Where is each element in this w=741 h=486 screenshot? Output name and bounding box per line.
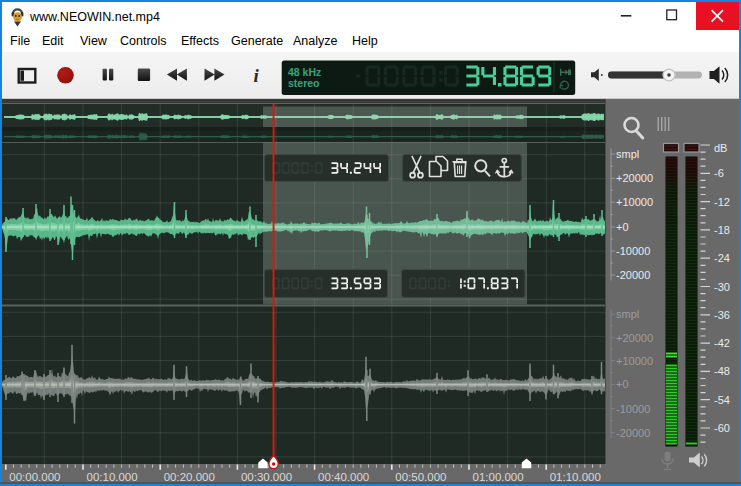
svg-text:+10000: +10000 [616,355,653,367]
svg-text:+20000: +20000 [616,332,653,344]
svg-text:smpl: smpl [616,308,639,320]
svg-text:-20000: -20000 [616,427,650,439]
svg-text:-48: -48 [714,365,730,377]
svg-text:+0: +0 [616,221,629,233]
svg-text:00:30.000: 00:30.000 [241,471,292,483]
svg-text:-30: -30 [714,281,730,293]
svg-text:dB: dB [714,142,727,154]
svg-text:i: i [254,65,260,86]
svg-text:00:50.000: 00:50.000 [395,471,446,483]
svg-text:-54: -54 [714,394,730,406]
svg-text:stereo: stereo [288,77,320,89]
svg-text:+10000: +10000 [616,196,653,208]
svg-text:-20000: -20000 [616,269,650,281]
svg-text:-24: -24 [714,252,730,264]
svg-text:-36: -36 [714,309,730,321]
svg-text:-6: -6 [714,167,724,179]
svg-text:smpl: smpl [616,148,639,160]
svg-text:00:40.000: 00:40.000 [318,471,369,483]
svg-text:00:20.000: 00:20.000 [164,471,215,483]
svg-text:www.NEOWIN.net.mp4: www.NEOWIN.net.mp4 [29,10,160,24]
svg-text:00:10.000: 00:10.000 [87,471,138,483]
svg-text:-10000: -10000 [616,245,650,257]
svg-text:00:00.000: 00:00.000 [9,471,60,483]
svg-text:-42: -42 [714,337,730,349]
svg-text:-12: -12 [714,196,730,208]
svg-text:+0: +0 [616,378,629,390]
svg-text:01:00.000: 01:00.000 [473,471,524,483]
svg-text:-60: -60 [714,422,730,434]
svg-text:-18: -18 [714,224,730,236]
svg-text:+20000: +20000 [616,172,653,184]
svg-text:01:10.000: 01:10.000 [550,471,601,483]
svg-text:-10000: -10000 [616,403,650,415]
